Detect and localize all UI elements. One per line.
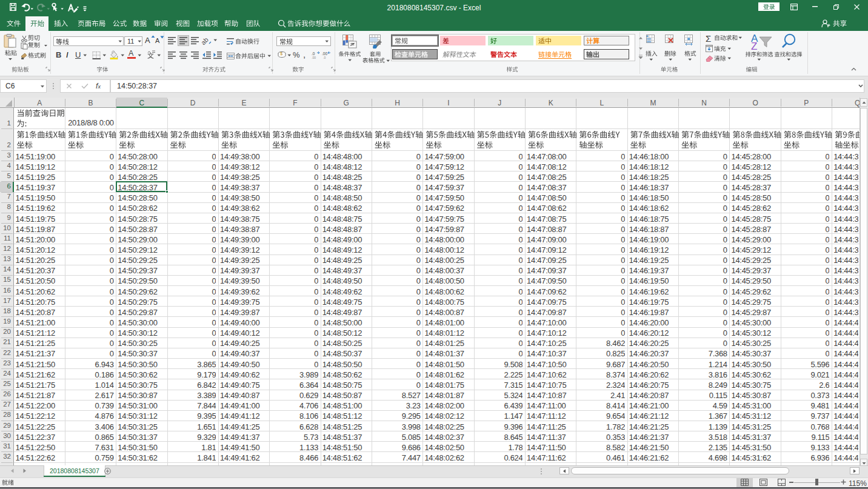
svg-text:$: $ [280,52,282,56]
svg-text:.0: .0 [323,56,326,59]
svg-text:.0: .0 [312,52,315,56]
svg-text:.00: .00 [312,56,316,59]
svg-text:ab: ab [202,36,210,45]
svg-text:Z: Z [751,41,757,51]
svg-text:.00: .00 [322,52,327,56]
